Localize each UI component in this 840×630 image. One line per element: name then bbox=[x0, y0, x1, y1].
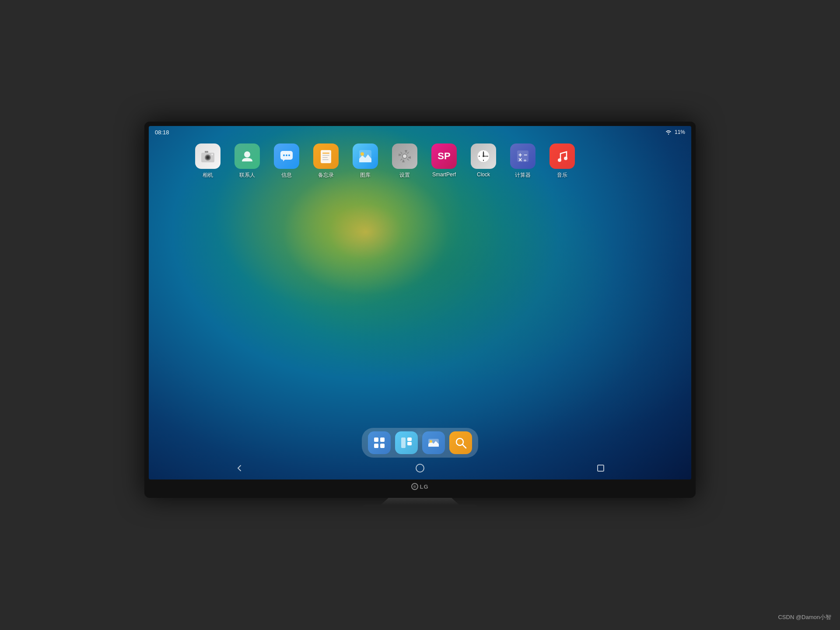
app-gallery[interactable]: 图库 bbox=[350, 144, 381, 179]
svg-rect-38 bbox=[374, 444, 378, 448]
svg-point-3 bbox=[206, 156, 209, 159]
smartperf-label: SmartPerf bbox=[432, 172, 456, 178]
clock-label: Clock bbox=[477, 172, 490, 178]
svg-point-17 bbox=[360, 152, 364, 156]
settings-label: 设置 bbox=[399, 172, 410, 179]
svg-rect-39 bbox=[380, 444, 385, 448]
svg-rect-37 bbox=[380, 438, 385, 442]
dock-search[interactable] bbox=[449, 431, 472, 454]
battery-text: 11% bbox=[675, 129, 685, 135]
app-messages[interactable]: 信息 bbox=[271, 144, 302, 179]
nav-recent[interactable] bbox=[594, 462, 607, 475]
svg-rect-41 bbox=[407, 438, 412, 441]
svg-point-5 bbox=[211, 154, 213, 155]
svg-point-28 bbox=[483, 155, 484, 157]
watermark: CSDN @Damon小智 bbox=[778, 613, 831, 621]
grid-icon bbox=[373, 437, 385, 449]
status-bar: 08:18 11% bbox=[149, 126, 691, 138]
svg-point-19 bbox=[403, 154, 406, 158]
monitor-base bbox=[363, 505, 477, 508]
photo-frame: 08:18 11% bbox=[0, 0, 840, 630]
music-icon bbox=[554, 148, 570, 164]
svg-rect-15 bbox=[322, 159, 329, 160]
svg-rect-48 bbox=[598, 465, 604, 471]
wallpaper bbox=[149, 126, 691, 480]
gallery-icon bbox=[357, 148, 373, 164]
svg-rect-4 bbox=[205, 151, 208, 153]
svg-rect-36 bbox=[374, 438, 378, 442]
svg-rect-13 bbox=[322, 155, 329, 156]
image-icon bbox=[427, 437, 440, 449]
nav-bar bbox=[149, 460, 691, 476]
dock bbox=[362, 428, 478, 458]
sidebar-icon bbox=[400, 437, 413, 449]
settings-icon bbox=[397, 148, 413, 164]
wifi-icon bbox=[665, 130, 672, 135]
recent-icon bbox=[596, 463, 606, 473]
gallery-label: 图库 bbox=[360, 172, 371, 179]
svg-point-10 bbox=[288, 154, 290, 156]
search-icon bbox=[455, 437, 467, 449]
svg-point-47 bbox=[416, 464, 424, 472]
dock-photos[interactable] bbox=[422, 431, 445, 454]
contacts-icon bbox=[239, 148, 255, 164]
status-right: 11% bbox=[665, 129, 685, 135]
svg-rect-12 bbox=[322, 153, 329, 154]
svg-rect-40 bbox=[401, 438, 406, 448]
svg-rect-42 bbox=[407, 442, 412, 445]
app-notes[interactable]: 备忘录 bbox=[311, 144, 341, 179]
monitor-screen: 08:18 11% bbox=[149, 126, 691, 480]
app-clock[interactable]: Clock bbox=[468, 144, 499, 179]
home-icon bbox=[415, 463, 425, 473]
calculator-label: 计算器 bbox=[515, 172, 531, 179]
app-calculator[interactable]: + − × ÷ 计算器 bbox=[508, 144, 538, 179]
monitor-stand bbox=[381, 498, 459, 505]
svg-point-35 bbox=[564, 157, 567, 160]
smartperf-text: SP bbox=[438, 150, 450, 162]
svg-point-6 bbox=[244, 151, 250, 158]
messages-label: 信息 bbox=[281, 172, 292, 179]
lg-circle-icon: ⊕ bbox=[411, 483, 418, 490]
app-settings[interactable]: 设置 bbox=[389, 144, 420, 179]
notes-icon bbox=[318, 148, 334, 164]
app-grid: 相机 联系人 bbox=[192, 144, 578, 179]
svg-text:×: × bbox=[518, 156, 522, 163]
clock-icon bbox=[476, 148, 491, 164]
monitor-bezel: ⊕ LG bbox=[149, 480, 691, 494]
contacts-label: 联系人 bbox=[239, 172, 255, 179]
svg-text:÷: ÷ bbox=[524, 158, 526, 163]
back-icon bbox=[234, 463, 244, 473]
app-smartperf[interactable]: SP SmartPerf bbox=[429, 144, 459, 179]
nav-back[interactable] bbox=[233, 462, 246, 475]
messages-icon bbox=[279, 148, 294, 164]
dock-all-apps[interactable] bbox=[368, 431, 391, 454]
camera-icon bbox=[200, 148, 216, 164]
app-camera[interactable]: 相机 bbox=[192, 144, 223, 179]
monitor: 08:18 11% bbox=[144, 122, 696, 498]
status-time: 08:18 bbox=[155, 129, 169, 136]
svg-point-9 bbox=[286, 154, 287, 156]
music-label: 音乐 bbox=[557, 172, 567, 179]
calculator-icon: + − × ÷ bbox=[515, 148, 531, 164]
svg-point-34 bbox=[558, 158, 561, 162]
svg-rect-11 bbox=[321, 150, 331, 163]
dock-sidebar[interactable] bbox=[395, 431, 418, 454]
svg-line-46 bbox=[462, 444, 466, 448]
svg-point-8 bbox=[283, 154, 285, 156]
svg-rect-14 bbox=[322, 157, 328, 158]
app-music[interactable]: 音乐 bbox=[547, 144, 578, 179]
app-contacts[interactable]: 联系人 bbox=[232, 144, 262, 179]
nav-home[interactable] bbox=[413, 462, 427, 475]
lg-logo: LG bbox=[420, 483, 428, 490]
svg-point-44 bbox=[430, 440, 432, 443]
notes-label: 备忘录 bbox=[318, 172, 334, 179]
camera-label: 相机 bbox=[203, 172, 213, 179]
